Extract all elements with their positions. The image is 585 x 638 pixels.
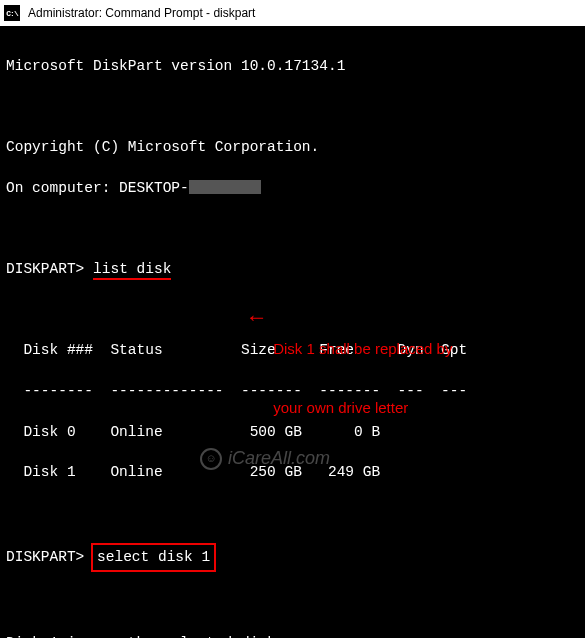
prompt-line: DISKPART> list disk	[6, 259, 579, 279]
arrow-left-icon: ←	[250, 304, 263, 335]
watermark: ☺ iCareAll.com	[200, 446, 330, 471]
prompt-line: DISKPART> select disk 1	[6, 543, 579, 571]
blank-line	[6, 219, 579, 239]
version-line: Microsoft DiskPart version 10.0.17134.1	[6, 56, 579, 76]
msg-selected: Disk 1 is now the selected disk.	[6, 633, 579, 638]
terminal-output[interactable]: Microsoft DiskPart version 10.0.17134.1 …	[0, 28, 585, 638]
blank-line	[6, 97, 579, 117]
copyright-line: Copyright (C) Microsoft Corporation.	[6, 137, 579, 157]
blank-line	[6, 503, 579, 523]
cmd-icon: C:\	[4, 5, 20, 21]
cmd-icon-label: C:\	[6, 9, 17, 18]
redacted-hostname	[189, 180, 261, 194]
computer-line: On computer: DESKTOP-	[6, 178, 579, 198]
cmd-list-disk: list disk	[93, 261, 171, 280]
annotation-line-2: your own drive letter	[273, 398, 452, 418]
smiley-icon: ☺	[200, 448, 222, 470]
window-title-bar: C:\ Administrator: Command Prompt - disk…	[0, 0, 585, 28]
cmd-select-disk: select disk 1	[91, 543, 216, 571]
diskpart-prompt: DISKPART>	[6, 549, 84, 565]
watermark-text: iCareAll.com	[228, 446, 330, 471]
annotation-callout: ← Disk 1 shall be replaced by your own d…	[250, 300, 452, 456]
blank-line	[6, 592, 579, 612]
diskpart-prompt: DISKPART>	[6, 261, 84, 277]
window-title: Administrator: Command Prompt - diskpart	[28, 6, 255, 20]
computer-prefix: On computer: DESKTOP-	[6, 180, 189, 196]
annotation-text: Disk 1 shall be replaced by your own dri…	[273, 300, 452, 456]
annotation-line-1: Disk 1 shall be replaced by	[273, 339, 452, 359]
